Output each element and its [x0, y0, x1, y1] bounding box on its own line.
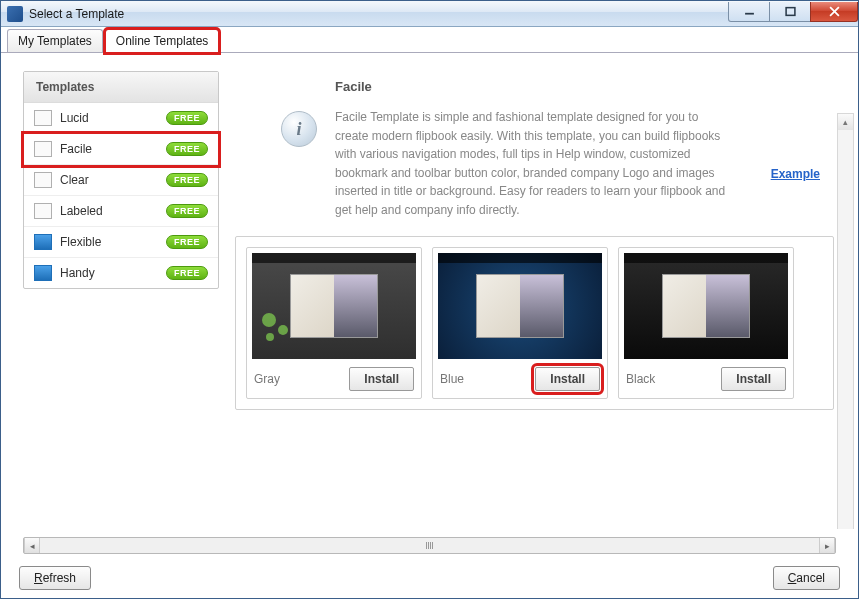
sidebar-item-label: Labeled [60, 204, 158, 218]
thumb-decoration [258, 309, 298, 349]
cards-panel: Gray Install Blue Install [235, 236, 834, 410]
thumb-toolbar [438, 253, 602, 263]
template-icon [34, 172, 52, 188]
free-badge: FREE [166, 204, 208, 218]
thumb-book [290, 274, 378, 338]
sidebar-item-label: Facile [60, 142, 158, 156]
theme-thumbnail[interactable] [438, 253, 602, 359]
sidebar-item-clear[interactable]: Clear FREE [24, 165, 218, 196]
thumb-toolbar [252, 253, 416, 263]
template-title: Facile [335, 79, 733, 94]
tab-my-templates[interactable]: My Templates [7, 29, 103, 52]
refresh-label-rest: efresh [43, 571, 76, 585]
install-button-gray[interactable]: Install [349, 367, 414, 391]
template-icon [34, 110, 52, 126]
template-icon [34, 234, 52, 250]
free-badge: FREE [166, 266, 208, 280]
free-badge: FREE [166, 235, 208, 249]
cancel-label-rest: ancel [796, 571, 825, 585]
example-link[interactable]: Example [771, 167, 820, 181]
info-icon: i [281, 111, 317, 147]
sidebar-item-labeled[interactable]: Labeled FREE [24, 196, 218, 227]
titlebar: Select a Template [1, 1, 858, 27]
template-icon [34, 203, 52, 219]
app-icon [7, 6, 23, 22]
template-icon [34, 141, 52, 157]
theme-label: Gray [254, 372, 280, 386]
horizontal-scrollbar[interactable]: ◂ ▸ [23, 537, 836, 554]
template-icon [34, 265, 52, 281]
sidebar-item-label: Handy [60, 266, 158, 280]
thumb-toolbar [624, 253, 788, 263]
window-controls [729, 2, 858, 22]
sidebar-item-facile[interactable]: Facile FREE [24, 134, 218, 165]
sidebar-item-label: Clear [60, 173, 158, 187]
scroll-left-icon[interactable]: ◂ [24, 538, 40, 553]
tabstrip: My Templates Online Templates [1, 27, 858, 53]
cancel-button[interactable]: Cancel [773, 566, 840, 590]
theme-card-gray: Gray Install [246, 247, 422, 399]
close-button[interactable] [810, 2, 858, 22]
thumb-book [662, 274, 750, 338]
dialog-window: Select a Template My Templates Online Te… [0, 0, 859, 599]
svg-rect-1 [786, 8, 795, 16]
card-footer: Gray Install [252, 359, 416, 393]
theme-label: Blue [440, 372, 464, 386]
minimize-icon [744, 6, 755, 17]
vertical-scrollbar[interactable]: ▴ [837, 113, 854, 529]
install-button-black[interactable]: Install [721, 367, 786, 391]
refresh-button[interactable]: Refresh [19, 566, 91, 590]
scroll-right-icon[interactable]: ▸ [819, 538, 835, 553]
main-panel: i Facile Facile Template is simple and f… [233, 71, 836, 525]
content-area: Templates Lucid FREE Facile FREE Clear F… [1, 53, 858, 529]
card-footer: Blue Install [438, 359, 602, 393]
thumb-book [476, 274, 564, 338]
description-text: Facile Facile Template is simple and fas… [335, 79, 733, 220]
sidebar-item-handy[interactable]: Handy FREE [24, 258, 218, 288]
theme-card-blue: Blue Install [432, 247, 608, 399]
scroll-up-icon[interactable]: ▴ [838, 114, 853, 130]
sidebar-item-flexible[interactable]: Flexible FREE [24, 227, 218, 258]
sidebar-item-label: Flexible [60, 235, 158, 249]
minimize-button[interactable] [728, 2, 770, 22]
tab-online-templates[interactable]: Online Templates [105, 29, 220, 53]
theme-label: Black [626, 372, 655, 386]
sidebar-item-lucid[interactable]: Lucid FREE [24, 103, 218, 134]
free-badge: FREE [166, 142, 208, 156]
free-badge: FREE [166, 173, 208, 187]
card-footer: Black Install [624, 359, 788, 393]
free-badge: FREE [166, 111, 208, 125]
scroll-grip[interactable] [417, 540, 441, 551]
template-sidebar: Templates Lucid FREE Facile FREE Clear F… [23, 71, 219, 289]
theme-thumbnail[interactable] [624, 253, 788, 359]
theme-thumbnail[interactable] [252, 253, 416, 359]
description-row: i Facile Facile Template is simple and f… [233, 71, 836, 236]
close-icon [829, 6, 840, 17]
window-title: Select a Template [29, 7, 729, 21]
template-description: Facile Template is simple and fashional … [335, 108, 733, 220]
install-button-blue[interactable]: Install [535, 367, 600, 391]
sidebar-item-label: Lucid [60, 111, 158, 125]
sidebar-header: Templates [24, 72, 218, 103]
theme-card-black: Black Install [618, 247, 794, 399]
dialog-footer: Refresh Cancel [1, 558, 858, 598]
maximize-icon [785, 6, 796, 17]
maximize-button[interactable] [769, 2, 811, 22]
